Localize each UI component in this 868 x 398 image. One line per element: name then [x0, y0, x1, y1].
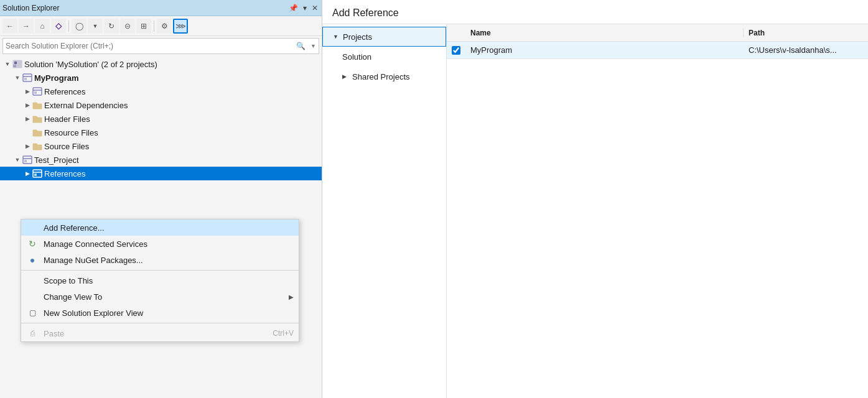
ctx-scope-to-this[interactable]: Scope to This — [21, 272, 299, 289]
back-button[interactable]: ← — [2, 19, 17, 34]
references-icon2 — [32, 169, 42, 178]
ctx-paste[interactable]: ⎙ Paste Ctrl+V — [21, 325, 299, 341]
solution-explorer-panel: Solution Explorer 📌 ▾ ✕ ← → ⌂ ◇ ◯ ▼ ↻ ⊝ … — [0, 0, 322, 398]
svg-rect-14 — [34, 174, 37, 176]
ctx-add-reference-label: Add Reference... — [44, 223, 294, 233]
nuget-icon: ● — [26, 255, 39, 265]
home-button[interactable]: ⌂ — [35, 19, 50, 34]
se-toolbar: ← → ⌂ ◇ ◯ ▼ ↻ ⊝ ⊞ ⚙ ⋙ — [0, 16, 322, 36]
settings-button[interactable]: ⚙ — [157, 19, 172, 34]
ctx-new-solution-view-label: New Solution Explorer View — [44, 308, 294, 318]
ar-table-row-myprogram[interactable]: MyProgram C:\Users\v-lsaldanha\s... — [447, 42, 868, 59]
tree-item-myprogram[interactable]: ▼ MyProgram — [0, 71, 322, 85]
connected-services-icon: ↻ — [26, 239, 39, 249]
headerfiles-folder-icon — [32, 114, 42, 124]
se-title: Solution Explorer — [2, 4, 287, 12]
tree-item-references2[interactable]: ▶ References — [0, 167, 322, 180]
close-icon[interactable]: ✕ — [310, 2, 319, 14]
ar-cell-path-myprogram: C:\Users\v-lsaldanha\s... — [744, 45, 868, 55]
tree-item-headerfiles[interactable]: ▶ Header Files — [0, 112, 322, 126]
new-view-button[interactable]: ⋙ — [173, 19, 188, 34]
tree-item-sourcefiles[interactable]: ▶ Source Files — [0, 139, 322, 153]
dropdown-button[interactable]: ▼ — [88, 19, 103, 34]
ar-content: ▼ Projects Solution ▶ Shared Projects Na… — [322, 24, 868, 398]
ctx-scope-to-this-label: Scope to This — [44, 276, 294, 285]
search-input[interactable] — [3, 42, 294, 50]
sync-button[interactable]: ⊞ — [136, 19, 151, 34]
sourcefiles-label: Source Files — [44, 142, 89, 151]
ar-nav-shared-projects[interactable]: ▶ Shared Projects — [322, 67, 446, 86]
testproject-icon — [22, 155, 32, 165]
ar-col-path-header[interactable]: Path — [744, 29, 868, 37]
ar-nav-solution-label: Solution — [342, 52, 371, 62]
ctx-change-view-to[interactable]: Change View To ▶ — [21, 289, 299, 305]
ctx-manage-connected-label: Manage Connected Services — [44, 239, 294, 249]
sourcefiles-folder-icon — [32, 141, 42, 151]
shared-projects-expand-icon: ▶ — [342, 73, 350, 80]
ar-cell-check-myprogram[interactable] — [447, 46, 465, 55]
expand-testproject-icon: ▼ — [12, 157, 22, 163]
pin-icon[interactable]: 📌 — [287, 2, 299, 14]
projects-collapse-icon: ▼ — [333, 34, 340, 40]
ar-main: Name Path MyProgram C:\Users\v-lsaldanha… — [447, 24, 868, 398]
tree-item-solution[interactable]: ▼ ⊞ Solution 'MySolution' (2 of 2 projec… — [0, 57, 322, 71]
testproject-label: Test_Project — [34, 155, 79, 165]
se-search-bar[interactable]: 🔍 ▼ — [2, 38, 319, 54]
se-title-icons: 📌 ▾ ✕ — [287, 2, 319, 14]
expand-extdeps-icon: ▶ — [22, 102, 32, 108]
svg-text:⊞: ⊞ — [13, 64, 16, 68]
expand-solution-icon: ▼ — [2, 61, 12, 67]
svg-rect-5 — [24, 78, 27, 80]
toolbar-sep1 — [68, 21, 69, 32]
expand-myprogram-icon: ▼ — [12, 75, 22, 81]
new-solution-view-icon: ▢ — [26, 308, 39, 317]
ar-nav-shared-projects-label: Shared Projects — [352, 72, 410, 81]
expand-ref2-icon: ▶ — [22, 170, 32, 177]
history-button[interactable]: ◯ — [72, 19, 86, 34]
extdeps-label: External Dependencies — [44, 101, 128, 110]
ar-checkbox-myprogram[interactable] — [452, 46, 460, 55]
ar-table-header: Name Path — [447, 24, 868, 42]
ar-nav-projects[interactable]: ▼ Projects — [322, 27, 446, 47]
ar-title: Add Reference — [332, 7, 858, 19]
tree-item-testproject[interactable]: ▼ Test_Project — [0, 153, 322, 167]
expand-ref1-icon: ▶ — [22, 88, 32, 95]
ctx-change-view-label: Change View To — [44, 292, 289, 302]
references1-label: References — [44, 87, 85, 96]
refresh-button[interactable]: ↻ — [104, 19, 119, 34]
vs-icon-button[interactable]: ◇ — [51, 19, 66, 34]
search-dropdown-icon[interactable]: ▼ — [308, 43, 319, 49]
ar-col-name-header[interactable]: Name — [465, 29, 744, 37]
ctx-manage-nuget-label: Manage NuGet Packages... — [44, 256, 294, 265]
resourcefiles-folder-icon — [32, 127, 42, 137]
search-icon: 🔍 — [294, 42, 308, 50]
change-view-arrow-icon: ▶ — [289, 294, 294, 300]
expand-source-icon: ▶ — [22, 143, 32, 149]
myprogram-label: MyProgram — [34, 73, 79, 83]
tree-item-extdeps[interactable]: ▶ External Dependencies — [0, 98, 322, 112]
ar-cell-name-myprogram: MyProgram — [465, 45, 744, 55]
paste-icon: ⎙ — [26, 329, 39, 338]
tree-item-references1[interactable]: ▶ References — [0, 85, 322, 98]
references-icon1 — [32, 86, 42, 96]
ar-sidebar: ▼ Projects Solution ▶ Shared Projects — [322, 24, 447, 398]
dropdown-arrow-icon[interactable]: ▾ — [302, 2, 308, 14]
forward-button[interactable]: → — [19, 19, 34, 34]
extdeps-folder-icon — [32, 100, 42, 110]
ctx-add-reference[interactable]: Add Reference... — [21, 220, 299, 236]
tree-item-resourcefiles[interactable]: Resource Files — [0, 126, 322, 139]
se-titlebar: Solution Explorer 📌 ▾ ✕ — [0, 0, 322, 16]
expand-header-icon: ▶ — [22, 116, 32, 122]
ctx-sep2 — [21, 323, 299, 323]
ar-nav-projects-label: Projects — [343, 32, 372, 42]
ar-nav-solution[interactable]: Solution — [322, 47, 446, 67]
headerfiles-label: Header Files — [44, 114, 90, 124]
ctx-manage-nuget[interactable]: ● Manage NuGet Packages... — [21, 252, 299, 268]
collapse-button[interactable]: ⊝ — [120, 19, 135, 34]
toolbar-sep2 — [154, 21, 154, 32]
references2-label: References — [44, 169, 85, 178]
solution-icon: ⊞ — [12, 59, 22, 69]
ctx-new-solution-view[interactable]: ▢ New Solution Explorer View — [21, 305, 299, 321]
ctx-sep1 — [21, 270, 299, 271]
ctx-manage-connected[interactable]: ↻ Manage Connected Services — [21, 236, 299, 252]
